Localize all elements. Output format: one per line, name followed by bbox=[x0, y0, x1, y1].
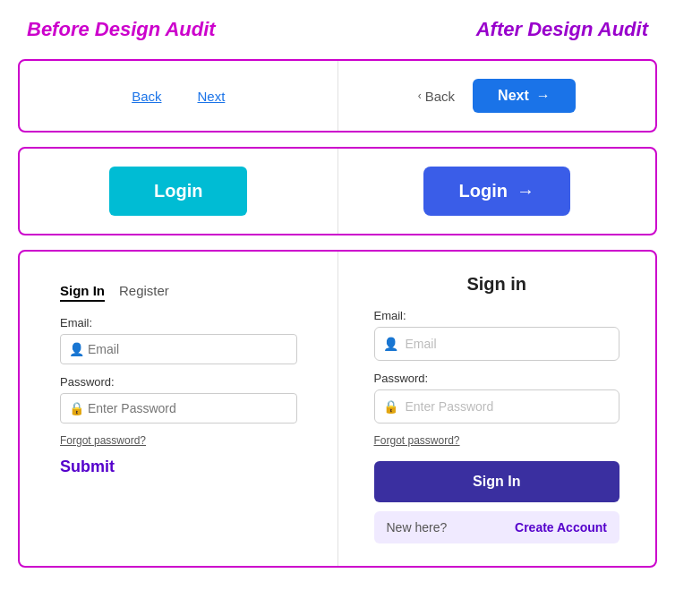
signin-after-panel: Sign in Email: 👤 Password: 🔒 Forgot pass… bbox=[338, 252, 656, 566]
nav-audit-row: Back Next ‹ Back Next → bbox=[18, 59, 657, 133]
signin-before-panel: Sign In Register Email: 👤 Password: 🔒 Fo… bbox=[20, 252, 338, 566]
next-link-before[interactable]: Next bbox=[198, 89, 226, 104]
new-here-bar: New here? Create Account bbox=[374, 511, 620, 543]
forgot-password-before[interactable]: Forgot password? bbox=[60, 434, 297, 447]
lock-icon-after: 🔒 bbox=[383, 399, 398, 414]
back-link-before[interactable]: Back bbox=[132, 89, 161, 104]
login-audit-row: Login Login → bbox=[18, 147, 657, 235]
signin-title-after: Sign in bbox=[374, 274, 620, 295]
arrow-right-icon: → bbox=[536, 88, 551, 104]
login-after-panel: Login → bbox=[338, 149, 656, 234]
nav-before-content: Back Next bbox=[132, 89, 225, 104]
nav-before-panel: Back Next bbox=[20, 61, 338, 131]
email-label-before: Email: bbox=[60, 316, 297, 329]
email-input-wrapper-before: 👤 bbox=[60, 334, 297, 364]
signin-tabs: Sign In Register bbox=[60, 283, 297, 302]
email-input-after[interactable] bbox=[374, 327, 620, 361]
submit-button-before[interactable]: Submit bbox=[60, 458, 115, 476]
back-label-after: Back bbox=[425, 89, 455, 104]
user-icon-after: 👤 bbox=[383, 337, 398, 351]
chevron-left-icon: ‹ bbox=[418, 90, 422, 102]
next-button-after[interactable]: Next → bbox=[473, 79, 576, 113]
next-btn-label: Next bbox=[498, 88, 529, 104]
nav-after-panel: ‹ Back Next → bbox=[338, 61, 656, 131]
user-icon-before: 👤 bbox=[69, 342, 84, 356]
lock-icon-before: 🔒 bbox=[69, 401, 84, 415]
login-arrow-icon: → bbox=[517, 181, 534, 201]
password-input-before[interactable] bbox=[60, 393, 297, 424]
password-input-wrapper-before: 🔒 bbox=[60, 393, 297, 424]
tab-signin[interactable]: Sign In bbox=[60, 283, 105, 302]
email-input-wrapper-after: 👤 bbox=[374, 327, 620, 361]
back-link-after[interactable]: ‹ Back bbox=[418, 89, 455, 104]
password-input-after[interactable] bbox=[374, 389, 620, 424]
forgot-password-after[interactable]: Forgot password? bbox=[374, 434, 620, 447]
login-btn-label: Login bbox=[459, 181, 508, 201]
password-label-after: Password: bbox=[374, 372, 620, 385]
signin-audit-row: Sign In Register Email: 👤 Password: 🔒 Fo… bbox=[18, 250, 657, 568]
password-group-after: Password: 🔒 bbox=[374, 372, 620, 424]
new-here-text: New here? bbox=[387, 520, 448, 535]
password-input-wrapper-after: 🔒 bbox=[374, 389, 620, 424]
signin-before-content: Sign In Register Email: 👤 Password: 🔒 Fo… bbox=[47, 270, 311, 490]
password-label-before: Password: bbox=[60, 375, 297, 389]
page-header: Before Design Audit After Design Audit bbox=[18, 18, 657, 41]
login-before-panel: Login bbox=[20, 149, 338, 234]
login-button-after[interactable]: Login → bbox=[423, 167, 570, 216]
signin-after-content: Sign in Email: 👤 Password: 🔒 Forgot pass… bbox=[365, 270, 629, 548]
signin-button-after[interactable]: Sign In bbox=[374, 461, 620, 502]
tab-register[interactable]: Register bbox=[119, 283, 169, 302]
email-input-before[interactable] bbox=[60, 334, 297, 364]
email-group-before: Email: 👤 bbox=[60, 316, 297, 364]
login-button-before[interactable]: Login bbox=[109, 167, 247, 216]
email-label-after: Email: bbox=[374, 309, 620, 322]
nav-after-content: ‹ Back Next → bbox=[418, 79, 576, 113]
email-group-after: Email: 👤 bbox=[374, 309, 620, 361]
before-title: Before Design Audit bbox=[27, 18, 216, 41]
after-title: After Design Audit bbox=[476, 18, 648, 41]
create-account-link[interactable]: Create Account bbox=[515, 520, 607, 535]
password-group-before: Password: 🔒 bbox=[60, 375, 297, 424]
